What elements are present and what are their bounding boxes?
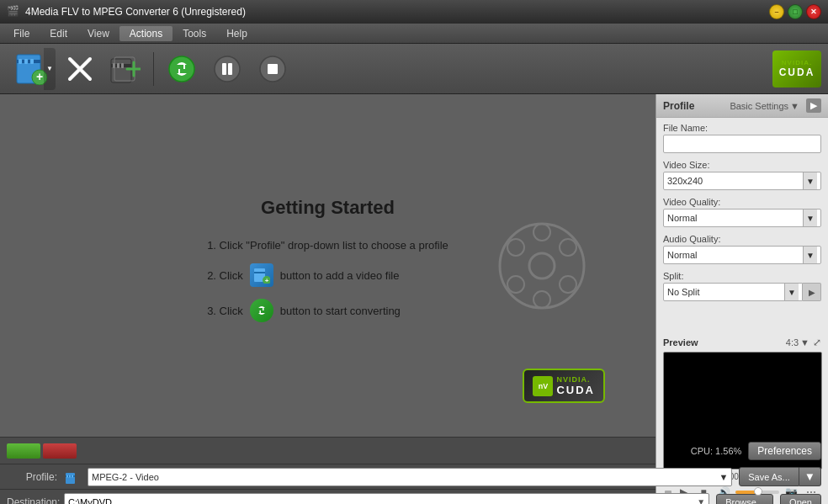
save-as-button[interactable]: Save As... bbox=[739, 467, 799, 486]
window-controls: – □ ✕ bbox=[769, 4, 821, 19]
cuda-content-badge: nV NVIDIA. CUDA bbox=[523, 369, 605, 403]
preview-expand-button[interactable]: ⤢ bbox=[813, 337, 821, 348]
file-name-input[interactable] bbox=[663, 135, 821, 153]
audio-quality-label: Audio Quality: bbox=[663, 234, 821, 244]
open-button[interactable]: Open bbox=[780, 494, 821, 505]
basic-settings-label: Basic Settings bbox=[730, 101, 788, 111]
volume-slider[interactable] bbox=[735, 491, 779, 494]
svg-rect-12 bbox=[117, 63, 119, 68]
menu-help[interactable]: Help bbox=[216, 26, 257, 41]
basic-settings-dropdown[interactable]: Basic Settings ▼ bbox=[730, 101, 799, 111]
video-size-value: 320x240 bbox=[667, 176, 703, 186]
menu-actions[interactable]: Actions bbox=[119, 26, 172, 41]
svg-rect-2 bbox=[19, 59, 22, 64]
svg-rect-4 bbox=[30, 59, 34, 64]
maximize-button[interactable]: □ bbox=[788, 4, 803, 19]
svg-point-33 bbox=[507, 276, 524, 293]
basic-settings-arrow: ▼ bbox=[790, 101, 799, 111]
destination-input-wrapper: C:\MyDVD ▼ bbox=[64, 493, 709, 505]
progress-block-2 bbox=[43, 443, 77, 459]
svg-text:+: + bbox=[36, 70, 43, 83]
minimize-button[interactable]: – bbox=[769, 4, 784, 19]
svg-point-31 bbox=[560, 276, 576, 293]
profile-select[interactable]: MPEG-2 - Video ▼ bbox=[88, 468, 732, 486]
svg-rect-22 bbox=[268, 64, 278, 74]
pause-button[interactable] bbox=[206, 48, 248, 90]
menu-tools[interactable]: Tools bbox=[172, 26, 216, 41]
video-size-label: Video Size: bbox=[663, 160, 821, 170]
add-batch-icon bbox=[110, 54, 141, 84]
menu-edit[interactable]: Edit bbox=[40, 26, 77, 41]
title-bar: 🎬 4Media FLV to MPEG Converter 6 (Unregi… bbox=[0, 0, 828, 24]
step-3: 3. Click button to start converting bbox=[207, 299, 448, 322]
film-reel-decoration bbox=[496, 220, 588, 312]
preferences-button[interactable]: Preferences bbox=[748, 442, 821, 460]
add-batch-button[interactable] bbox=[104, 48, 146, 90]
svg-rect-39 bbox=[72, 475, 73, 477]
split-field: No Split ▼ ▶ bbox=[663, 283, 821, 301]
cuda-badge: NVIDIA. CUDA bbox=[772, 50, 821, 88]
convert-button[interactable] bbox=[161, 48, 203, 90]
audio-quality-select[interactable]: Normal ▼ bbox=[663, 246, 821, 264]
panel-body: File Name: Video Size: 320x240 ▼ Video Q… bbox=[656, 118, 828, 333]
pause-icon bbox=[213, 55, 242, 83]
getting-started-title: Getting Started bbox=[207, 197, 448, 219]
browse-button[interactable]: Browse... bbox=[716, 494, 773, 505]
svg-rect-35 bbox=[66, 473, 75, 484]
svg-rect-38 bbox=[69, 475, 71, 477]
convert-icon bbox=[167, 55, 196, 83]
svg-point-28 bbox=[529, 253, 555, 279]
panel-title: Profile bbox=[663, 100, 694, 112]
toolbar: + ▼ bbox=[0, 44, 828, 94]
svg-point-18 bbox=[215, 56, 240, 82]
video-quality-group: Video Quality: Normal ▼ bbox=[663, 197, 821, 227]
steps-list: 1. Click "Profile" drop-down list to cho… bbox=[207, 239, 448, 322]
getting-started-panel: Getting Started 1. Click "Profile" drop-… bbox=[207, 197, 448, 334]
remove-icon bbox=[66, 56, 93, 82]
save-as-dropdown-button[interactable]: ▼ bbox=[799, 467, 821, 486]
profile-icon bbox=[64, 469, 81, 485]
split-extra-button[interactable]: ▶ bbox=[803, 283, 821, 301]
video-quality-select[interactable]: Normal ▼ bbox=[663, 209, 821, 227]
audio-quality-arrow: ▼ bbox=[803, 247, 817, 263]
content-area: Getting Started 1. Click "Profile" drop-… bbox=[0, 94, 656, 437]
video-size-select[interactable]: 320x240 ▼ bbox=[663, 172, 821, 190]
aspect-ratio-select[interactable]: 4:3 ▼ bbox=[786, 337, 809, 347]
profile-label: Profile: bbox=[7, 471, 57, 483]
step-3-icon bbox=[250, 299, 273, 322]
menu-file[interactable]: File bbox=[3, 26, 40, 41]
destination-dropdown-arrow[interactable]: ▼ bbox=[697, 497, 705, 504]
svg-point-34 bbox=[507, 239, 524, 256]
app-icon: 🎬 bbox=[7, 5, 20, 19]
svg-point-32 bbox=[533, 291, 550, 308]
app-title: 4Media FLV to MPEG Converter 6 (Unregist… bbox=[25, 6, 769, 18]
svg-point-29 bbox=[533, 224, 550, 241]
progress-blocks bbox=[7, 443, 77, 459]
audio-quality-value: Normal bbox=[667, 250, 697, 260]
step-3-prefix: 3. Click bbox=[207, 305, 243, 317]
remove-button[interactable] bbox=[59, 48, 101, 90]
svg-text:+: + bbox=[264, 277, 268, 284]
svg-point-27 bbox=[500, 224, 584, 308]
step-3-text: button to start converting bbox=[280, 305, 401, 317]
split-group: Split: No Split ▼ ▶ bbox=[663, 271, 821, 301]
preview-title: Preview bbox=[663, 337, 698, 347]
split-label: Split: bbox=[663, 271, 821, 281]
menu-view[interactable]: View bbox=[77, 26, 119, 41]
step-2: 2. Click + button to add a video file bbox=[207, 263, 448, 287]
svg-rect-20 bbox=[228, 63, 232, 75]
svg-point-17 bbox=[169, 56, 194, 82]
svg-point-30 bbox=[560, 239, 576, 256]
add-file-button[interactable]: + ▼ bbox=[7, 48, 56, 90]
save-as-group: Save As... ▼ bbox=[739, 467, 821, 486]
split-select[interactable]: No Split ▼ bbox=[663, 283, 803, 301]
profile-value: MPEG-2 - Video bbox=[92, 472, 159, 482]
step-1-text: 1. Click "Profile" drop-down list to cho… bbox=[207, 239, 448, 252]
file-name-group: File Name: bbox=[663, 123, 821, 153]
split-value: No Split bbox=[667, 287, 700, 297]
panel-expand-button[interactable]: ▶ bbox=[806, 98, 821, 113]
stop-button[interactable] bbox=[252, 48, 294, 90]
step-2-text: button to add a video file bbox=[280, 269, 400, 282]
close-button[interactable]: ✕ bbox=[806, 4, 821, 19]
aspect-ratio-arrow: ▼ bbox=[800, 337, 809, 347]
